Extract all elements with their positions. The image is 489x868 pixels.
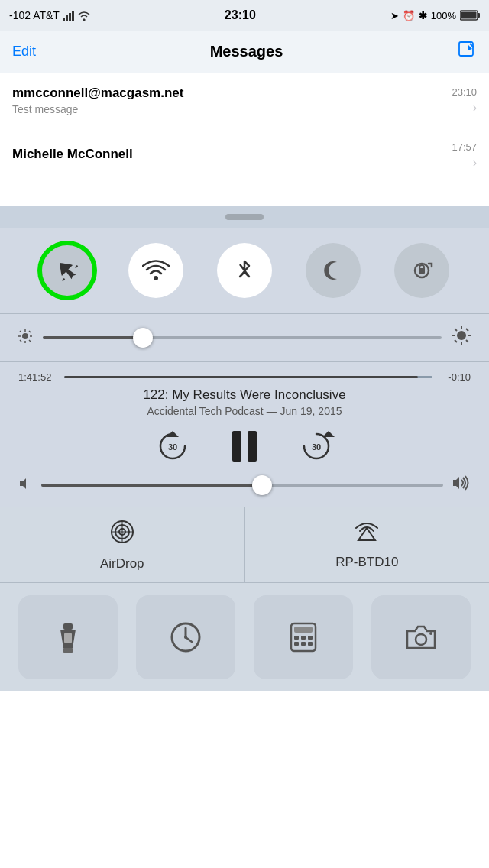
flashlight-icon (51, 620, 85, 654)
svg-marker-37 (20, 478, 26, 489)
control-center: 1:41:52 -0:10 122: My Results Were Incon… (0, 206, 489, 691)
toggle-row (0, 228, 489, 314)
media-seek-slider[interactable] (64, 376, 432, 378)
svg-rect-3 (72, 11, 74, 21)
volume-min-icon (18, 477, 32, 494)
messages-list: mmcconnell@macgasm.net Test message 23:1… (0, 73, 489, 183)
message-time-1: 23:10 (452, 86, 477, 98)
calculator-button[interactable] (254, 595, 353, 679)
svg-rect-56 (301, 636, 306, 640)
media-title: 122: My Results Were Inconclusive (18, 387, 471, 403)
battery-label: 100% (431, 10, 456, 21)
wifi-status-icon (78, 11, 90, 21)
svg-point-22 (457, 331, 466, 340)
svg-rect-2 (69, 13, 71, 21)
sharing-row: AirDrop RP-BTD10 (0, 507, 489, 583)
do-not-disturb-button[interactable] (306, 243, 361, 298)
message-time-2: 17:57 (452, 141, 477, 153)
brightness-slider[interactable] (43, 336, 442, 339)
media-controls: 30 30 (18, 428, 471, 465)
media-remaining: -0:10 (440, 371, 471, 383)
svg-rect-59 (301, 642, 306, 646)
message-row-1[interactable]: mmcconnell@macgasm.net Test message 23:1… (0, 73, 489, 128)
svg-line-19 (29, 340, 31, 342)
status-left: -102 AT&T (9, 9, 90, 21)
nav-bar: Edit Messages (0, 31, 489, 73)
svg-text:30: 30 (312, 442, 321, 452)
volume-thumb[interactable] (252, 475, 272, 495)
message-chevron-1: › (473, 101, 477, 115)
media-elapsed: 1:41:52 (18, 371, 57, 383)
svg-rect-57 (308, 636, 313, 640)
message-sender-1: mmcconnell@macgasm.net (12, 86, 452, 101)
handle-bar (225, 214, 264, 220)
message-meta-1: 23:10 › (452, 86, 477, 115)
svg-rect-6 (478, 13, 480, 18)
signal-icon (63, 10, 75, 21)
svg-marker-38 (453, 477, 459, 489)
carrier-label: -102 AT&T (9, 9, 60, 21)
clock-button[interactable] (136, 595, 235, 679)
camera-icon (404, 620, 438, 654)
status-time: 23:10 (225, 8, 256, 22)
rotation-lock-button[interactable] (394, 243, 449, 298)
camera-button[interactable] (371, 595, 471, 679)
svg-line-21 (20, 340, 21, 342)
svg-rect-60 (308, 642, 313, 646)
airdrop-button[interactable]: AirDrop (0, 507, 245, 582)
svg-rect-55 (294, 636, 299, 640)
svg-line-30 (455, 340, 457, 342)
brightness-thumb[interactable] (133, 328, 153, 348)
svg-rect-34 (248, 431, 257, 462)
svg-point-62 (429, 632, 432, 635)
message-content-2: Michelle McConnell (12, 147, 452, 164)
svg-line-27 (455, 329, 457, 331)
svg-line-29 (466, 329, 468, 331)
svg-rect-48 (64, 633, 72, 643)
volume-row (18, 475, 471, 494)
airdrop-label: AirDrop (100, 556, 144, 572)
svg-rect-58 (294, 642, 299, 646)
bluetooth-status-icon: ✱ (419, 10, 427, 21)
edit-button[interactable]: Edit (12, 44, 36, 60)
message-content-1: mmcconnell@macgasm.net Test message (12, 86, 452, 115)
wifi-toggle-icon (142, 257, 170, 284)
media-progress-row: 1:41:52 -0:10 (18, 371, 471, 383)
airplay-button[interactable]: RP-BTD10 (245, 507, 490, 582)
forward-button[interactable]: 30 (298, 428, 335, 465)
svg-line-20 (29, 331, 31, 332)
pause-button[interactable] (229, 429, 260, 463)
brightness-min-icon (18, 329, 32, 346)
message-row-2[interactable]: Michelle McConnell 17:57 › (0, 128, 489, 183)
volume-slider[interactable] (41, 484, 443, 487)
brightness-max-icon (452, 326, 471, 349)
pull-handle[interactable] (0, 206, 489, 228)
svg-rect-54 (294, 627, 313, 633)
alarm-icon: ⏰ (403, 10, 415, 21)
svg-line-28 (466, 340, 468, 342)
svg-rect-45 (63, 623, 73, 630)
bluetooth-toggle-button[interactable] (217, 243, 272, 298)
media-progress-fill (64, 376, 418, 378)
message-meta-2: 17:57 › (452, 141, 477, 170)
volume-max-icon (452, 475, 471, 494)
rewind-button[interactable]: 30 (154, 428, 191, 465)
rotation-lock-icon (409, 257, 435, 283)
message-chevron-2: › (473, 156, 477, 170)
battery-icon (460, 10, 480, 21)
message-preview-1: Test message (12, 103, 452, 115)
svg-rect-1 (66, 15, 68, 21)
airplane-mode-button[interactable] (40, 243, 95, 298)
svg-rect-0 (63, 18, 65, 21)
page-title: Messages (210, 43, 283, 60)
wifi-toggle-button[interactable] (128, 243, 183, 298)
svg-rect-33 (232, 431, 241, 462)
svg-rect-12 (419, 265, 424, 270)
svg-point-52 (184, 636, 187, 639)
svg-line-18 (20, 331, 21, 332)
status-bar: -102 AT&T 23:10 ➤ ⏰ ✱ 100% (0, 0, 489, 31)
clock-icon (169, 620, 202, 654)
flashlight-button[interactable] (18, 595, 118, 679)
compose-button[interactable] (457, 40, 477, 63)
airplay-icon (354, 520, 380, 549)
